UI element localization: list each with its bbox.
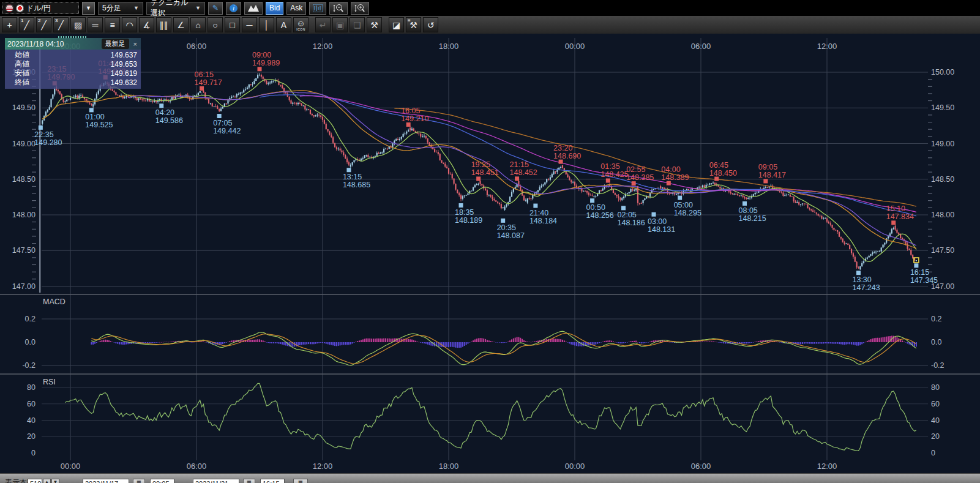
ruler-icon: ▨	[74, 21, 82, 29]
volume-bars-button[interactable]	[309, 2, 326, 15]
annotation-time: 06:45	[709, 161, 728, 170]
high-marker	[606, 178, 610, 182]
eraser-tool[interactable]: ◪	[389, 17, 404, 32]
zoom-out-icon	[333, 4, 344, 13]
trendline-3-icon: ╱	[58, 21, 63, 29]
chart-canvas[interactable]: 150.00150.00149.50149.50149.00149.00148.…	[0, 0, 980, 483]
bid-button[interactable]: Bid	[266, 2, 283, 15]
vertical-line-tool[interactable]: │	[259, 17, 274, 32]
chevron-down-icon: ▼	[195, 5, 201, 11]
price-tick-left: 148.50	[12, 175, 36, 184]
rsi-title: RSI	[43, 378, 56, 386]
time-label-bottom: 06:00	[187, 462, 207, 471]
ask-button[interactable]: Ask	[286, 2, 306, 15]
fan-lines-tool[interactable]: ∡	[139, 17, 154, 32]
fibonacci-arc-icon: ◠	[125, 21, 133, 29]
bottom-bar-input[interactable]: 16:15	[260, 479, 285, 483]
rectangle-tool[interactable]: □	[225, 17, 240, 32]
fibonacci-arc-tool[interactable]: ◠	[122, 17, 137, 32]
drag-hand-icon: ❏	[353, 21, 361, 29]
info-panel-header[interactable]: 2023/11/18 04:10 最新足 ×	[5, 38, 141, 50]
low-marker	[39, 125, 43, 130]
jp-flag-icon	[16, 4, 24, 12]
annotation-time: 06:15	[195, 70, 214, 79]
parallel-lines-icon: ═	[92, 21, 99, 29]
low-marker	[914, 263, 918, 268]
bottom-bar-button[interactable]: ▼	[51, 479, 59, 483]
annotation-time: 19:25	[471, 160, 490, 169]
history-back-tool[interactable]: ↵	[315, 17, 331, 32]
close-label: 終値	[5, 77, 54, 88]
currency-pair-selector[interactable]: ドル/円	[2, 2, 79, 14]
macd-tick-left: 0.2	[25, 315, 36, 323]
angle-line-tool[interactable]: ∠	[173, 17, 189, 32]
zoom-in-button[interactable]	[351, 2, 369, 15]
ellipse-icon: ○	[212, 21, 217, 29]
annotation-price: 148.186	[618, 219, 645, 227]
annotation-price: 149.586	[155, 116, 183, 125]
chart-type-button[interactable]	[244, 2, 263, 15]
high-value: 149.653	[54, 60, 141, 69]
pencil-icon: ✎	[212, 4, 219, 12]
undo-tool[interactable]: ↺	[423, 17, 438, 32]
drag-hand-tool[interactable]: ❏	[350, 17, 365, 32]
bottom-bar-input[interactable]: 2023/11/21	[193, 479, 239, 483]
annotation-price: 149.525	[85, 121, 113, 129]
pair-dropdown-button[interactable]: ▼	[82, 2, 95, 15]
rsi-tick-left: 60	[27, 400, 36, 408]
stamp-icon-tool[interactable]: ☺ICON	[293, 17, 309, 32]
annotation-price: 148.184	[529, 217, 557, 225]
annotation-time: 07:05	[213, 119, 232, 127]
annotation-time: 01:00	[85, 113, 104, 121]
draw-pencil-button[interactable]: ✎	[208, 2, 223, 15]
ellipse-tool[interactable]: ○	[208, 17, 223, 32]
trendline-1-tool[interactable]: ╱1	[19, 17, 34, 32]
time-lines-tool[interactable]: ∥∥	[156, 17, 171, 32]
low-marker	[742, 201, 747, 206]
high-marker	[891, 220, 896, 225]
timeframe-select[interactable]: 5分足 ▼	[98, 2, 143, 15]
pentagon-tool[interactable]: ⌂	[190, 17, 206, 32]
time-lines-icon: ∥∥	[160, 21, 168, 29]
bottom-bar-input[interactable]: 510	[28, 479, 42, 483]
copy-objects-tool[interactable]: ▣	[332, 17, 348, 32]
zoom-out-button[interactable]	[329, 2, 348, 15]
time-label-bottom: 12:00	[313, 462, 333, 471]
annotation-price: 147.345	[910, 276, 938, 285]
crosshair-icon: +	[7, 21, 12, 29]
rsi-tick-right: 40	[931, 416, 940, 425]
rsi-tick-right: 80	[931, 383, 940, 392]
low-marker	[621, 206, 626, 210]
annotation-time: 00:50	[586, 203, 605, 212]
bottom-bar-button[interactable]: ▲	[43, 479, 51, 483]
bottom-bar-input[interactable]: 00:05	[150, 479, 174, 483]
multi-lines-tool[interactable]: ≡	[105, 17, 120, 32]
info-button[interactable]: i	[226, 2, 241, 15]
high-marker	[257, 67, 261, 71]
horizontal-line-tool[interactable]: ─	[242, 17, 257, 32]
annotation-time: 21:40	[529, 209, 548, 217]
parallel-lines-tool[interactable]: ═	[88, 17, 103, 32]
time-label-bottom: 12:00	[817, 462, 837, 471]
price-tick-right: 148.50	[931, 175, 954, 184]
technical-select-button[interactable]: テクニカル選択 ▼	[146, 2, 205, 15]
annotation-price: 148.385	[626, 173, 654, 182]
annotation-time: 13:15	[343, 173, 362, 181]
trendline-3-tool[interactable]: ╱3	[53, 17, 69, 32]
settings-list-tool[interactable]: ⚒≡	[406, 17, 421, 32]
text-tool-tool[interactable]: A	[276, 17, 291, 32]
trendline-2-tool[interactable]: ╱2	[36, 17, 51, 32]
tools-wrench-tool[interactable]: ⚒	[367, 17, 382, 32]
bottom-bar-input[interactable]: 2023/11/17	[83, 479, 129, 483]
bottom-bar-button[interactable]: ▦	[293, 479, 308, 483]
crosshair-tool[interactable]: +	[2, 17, 17, 32]
annotation-time: 05:00	[674, 201, 693, 209]
ruler-tool[interactable]: ▨	[70, 17, 86, 32]
time-label-bottom: 00:00	[61, 462, 81, 471]
low-marker	[346, 168, 351, 172]
currency-pair-label: ドル/円	[26, 3, 51, 13]
latest-bar-badge[interactable]: 最新足	[102, 39, 129, 49]
bottom-bar-button[interactable]: ▦	[133, 479, 145, 483]
close-icon[interactable]: ×	[132, 40, 138, 48]
bottom-bar-button[interactable]: ▦	[243, 479, 255, 483]
